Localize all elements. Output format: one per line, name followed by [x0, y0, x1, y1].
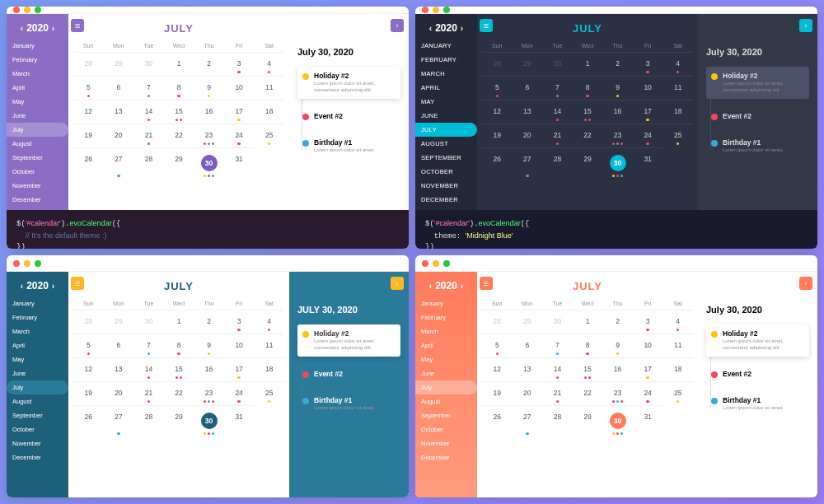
calendar-day[interactable]: 4 [662, 52, 693, 76]
month-item-january[interactable]: January [7, 296, 68, 310]
month-item-november[interactable]: November [415, 436, 477, 450]
traffic-light-close[interactable] [422, 7, 428, 13]
calendar-day[interactable]: 9 [194, 334, 224, 357]
calendar-day[interactable]: 20 [513, 381, 543, 405]
calendar-day[interactable]: 3 [224, 310, 255, 334]
month-item-august[interactable]: August [415, 137, 477, 151]
calendar-day[interactable]: 22 [573, 124, 603, 147]
calendar-day[interactable]: 8 [164, 76, 194, 100]
calendar-day[interactable]: 29 [104, 52, 134, 76]
prev-year-button[interactable]: ‹ [429, 282, 432, 291]
calendar-day[interactable]: 18 [662, 100, 693, 124]
calendar-day[interactable]: 14 [133, 357, 164, 381]
calendar-day[interactable]: 3 [633, 310, 663, 334]
calendar-day[interactable]: 28 [542, 405, 573, 437]
calendar-day[interactable]: 20 [104, 124, 134, 147]
calendar-day[interactable]: 7 [133, 334, 164, 357]
event-item[interactable]: Event #2 [297, 107, 400, 125]
month-item-august[interactable]: August [7, 394, 68, 408]
calendar-day[interactable]: 27 [513, 147, 543, 180]
calendar-day[interactable]: 29 [164, 405, 194, 437]
month-item-february[interactable]: February [415, 310, 477, 324]
calendar-day[interactable]: 7 [542, 334, 573, 357]
calendar-day[interactable]: 13 [104, 100, 134, 124]
calendar-day[interactable]: 27 [104, 147, 134, 180]
prev-year-button[interactable]: ‹ [429, 24, 432, 33]
calendar-day[interactable]: 30 [542, 310, 573, 334]
calendar-day[interactable]: 27 [104, 405, 134, 437]
calendar-day[interactable]: 16 [194, 357, 224, 381]
calendar-day[interactable]: 30 [133, 52, 164, 76]
calendar-day[interactable]: 10 [633, 334, 663, 357]
calendar-day[interactable]: 6 [104, 334, 134, 357]
calendar-day[interactable]: 31 [224, 147, 255, 180]
traffic-light-maximize[interactable] [35, 260, 41, 267]
calendar-day[interactable]: 18 [662, 357, 693, 381]
calendar-day[interactable]: 1 [164, 52, 194, 76]
event-item[interactable]: Birthday #1Lorem ipsum dolor sit amet. [706, 391, 809, 417]
traffic-light-maximize[interactable] [443, 7, 450, 13]
calendar-day[interactable]: 16 [602, 357, 633, 381]
month-item-july[interactable]: July [415, 380, 477, 394]
calendar-day[interactable]: 4 [254, 52, 284, 76]
calendar-day[interactable]: 13 [104, 357, 134, 381]
month-item-november[interactable]: November [7, 436, 68, 450]
calendar-day[interactable]: 6 [513, 334, 543, 357]
event-item[interactable]: Event #2 [297, 365, 400, 383]
calendar-day[interactable]: 10 [224, 76, 255, 100]
event-item[interactable]: Birthday #1Lorem ipsum dolor sit amet. [297, 391, 400, 417]
events-toggle-button[interactable]: › [391, 19, 404, 32]
month-item-april[interactable]: April [7, 81, 68, 95]
calendar-day[interactable]: 11 [662, 76, 693, 100]
month-item-september[interactable]: September [7, 408, 68, 422]
calendar-day[interactable]: 23 [602, 124, 633, 147]
calendar-day[interactable]: 26 [482, 405, 513, 437]
traffic-light-maximize[interactable] [35, 7, 41, 13]
calendar-day[interactable]: 23 [194, 124, 224, 147]
calendar-day[interactable]: 21 [133, 124, 164, 147]
traffic-light-close[interactable] [422, 260, 428, 267]
calendar-day[interactable]: 14 [133, 100, 164, 124]
month-item-june[interactable]: June [7, 366, 68, 380]
calendar-day[interactable]: 2 [194, 52, 224, 76]
event-item[interactable]: Birthday #1Lorem ipsum dolor sit amet. [297, 133, 400, 159]
month-item-may[interactable]: May [415, 95, 477, 109]
calendar-day[interactable]: 28 [73, 310, 104, 334]
events-toggle-button[interactable]: › [391, 277, 404, 290]
calendar-day[interactable]: 12 [482, 357, 513, 381]
month-item-march[interactable]: March [7, 67, 68, 81]
calendar-day[interactable]: 1 [573, 310, 603, 334]
month-item-may[interactable]: May [7, 95, 68, 109]
calendar-day[interactable]: 30 [133, 310, 164, 334]
calendar-day[interactable]: 5 [482, 76, 513, 100]
prev-year-button[interactable]: ‹ [21, 282, 23, 291]
calendar-day[interactable]: 28 [133, 405, 164, 437]
calendar-day[interactable]: 28 [133, 147, 164, 180]
month-item-january[interactable]: January [415, 39, 477, 53]
calendar-day[interactable]: 25 [662, 124, 693, 147]
calendar-day[interactable]: 1 [573, 52, 603, 76]
calendar-day[interactable]: 7 [542, 76, 573, 100]
month-item-december[interactable]: December [415, 193, 477, 207]
calendar-day[interactable]: 14 [542, 100, 573, 124]
month-item-may[interactable]: May [7, 352, 68, 366]
calendar-day[interactable]: 31 [633, 405, 663, 437]
month-item-july[interactable]: July [7, 380, 68, 394]
sidebar-toggle-button[interactable]: ≡ [71, 277, 84, 290]
month-item-february[interactable]: February [7, 310, 68, 324]
calendar-day[interactable]: 20 [513, 124, 543, 147]
calendar-day[interactable]: 24 [633, 381, 663, 405]
calendar-day[interactable]: 5 [73, 76, 104, 100]
calendar-day[interactable]: 8 [573, 76, 603, 100]
calendar-day[interactable]: 8 [573, 334, 603, 357]
calendar-day[interactable]: 26 [73, 405, 104, 437]
month-item-september[interactable]: September [415, 151, 477, 165]
calendar-day[interactable]: 2 [194, 310, 224, 334]
next-year-button[interactable]: › [52, 24, 54, 33]
calendar-day[interactable]: 30 [602, 405, 633, 437]
calendar-day[interactable]: 12 [482, 100, 513, 124]
calendar-day[interactable]: 29 [164, 147, 194, 180]
calendar-day[interactable]: 15 [573, 357, 603, 381]
calendar-day[interactable]: 30 [194, 147, 224, 180]
event-item[interactable]: Event #2 [706, 107, 809, 125]
